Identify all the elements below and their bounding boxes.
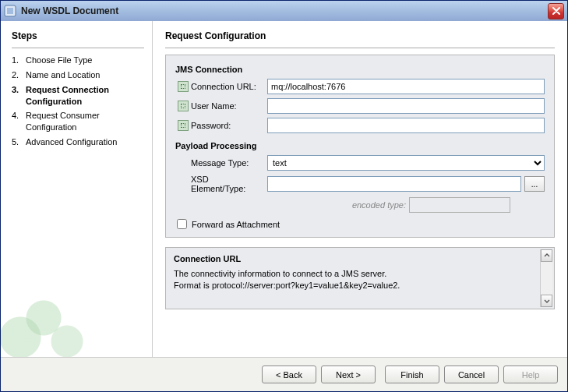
label: Message Type: bbox=[175, 158, 267, 168]
close-button[interactable] bbox=[548, 3, 564, 19]
finish-button[interactable]: Finish bbox=[385, 366, 439, 383]
help-body: The connectivity information to connect … bbox=[174, 268, 546, 291]
label: Forward as Attachment bbox=[192, 220, 280, 229]
label: User Name: bbox=[191, 101, 267, 111]
back-button[interactable]: < Back bbox=[262, 366, 316, 383]
chevron-down-icon bbox=[544, 298, 550, 304]
help-line: The connectivity information to connect … bbox=[174, 268, 546, 280]
row-connection-url: Connection URL: bbox=[175, 79, 545, 94]
xsd-input[interactable] bbox=[267, 176, 521, 192]
password-input[interactable] bbox=[267, 118, 545, 133]
divider bbox=[12, 48, 144, 48]
step-number: 2. bbox=[12, 69, 26, 81]
svg-rect-1 bbox=[7, 8, 13, 14]
jms-group-label: JMS Connection bbox=[175, 65, 545, 74]
field-icon bbox=[175, 101, 191, 111]
step-label: Advanced Configuration bbox=[26, 136, 144, 148]
next-button[interactable]: Next > bbox=[321, 366, 376, 383]
label: Connection URL: bbox=[191, 82, 267, 91]
step-number: 5. bbox=[12, 136, 26, 148]
close-icon bbox=[552, 7, 560, 15]
username-input[interactable] bbox=[267, 98, 545, 114]
scroll-down-button[interactable] bbox=[541, 295, 552, 307]
divider bbox=[165, 48, 555, 48]
steps-list: 1. Choose File Type 2. Name and Location… bbox=[12, 55, 144, 151]
step-label: Name and Location bbox=[26, 69, 144, 81]
help-line: Format is protocol://server:port?key1=va… bbox=[174, 280, 546, 291]
step-label: Request Connection Configuration bbox=[26, 84, 144, 108]
step-number: 1. bbox=[12, 55, 26, 66]
row-xsd: XSD Element/Type: ... bbox=[175, 175, 545, 193]
step-number: 3. bbox=[12, 84, 26, 108]
help-title: Connection URL bbox=[174, 254, 546, 263]
step-number: 4. bbox=[12, 110, 26, 133]
row-password: Password: bbox=[175, 118, 545, 133]
payload-group-label: Payload Processing bbox=[175, 141, 545, 150]
step-label: Choose File Type bbox=[26, 55, 144, 66]
main-panel: Request Configuration JMS Connection Con… bbox=[153, 21, 567, 357]
step-item-current: 3. Request Connection Configuration bbox=[12, 84, 144, 108]
label: Password: bbox=[191, 121, 267, 130]
row-username: User Name: bbox=[175, 98, 545, 114]
titlebar: New WSDL Document bbox=[1, 1, 567, 21]
forward-attachment-checkbox[interactable] bbox=[177, 219, 187, 229]
help-panel: Connection URL The connectivity informat… bbox=[165, 247, 555, 309]
step-item: 2. Name and Location bbox=[12, 69, 144, 81]
window-title: New WSDL Document bbox=[21, 5, 118, 16]
cancel-button[interactable]: Cancel bbox=[444, 366, 499, 383]
label: encoded type: bbox=[347, 200, 409, 210]
help-button[interactable]: Help bbox=[503, 366, 558, 383]
step-item: 5. Advanced Configuration bbox=[12, 136, 144, 148]
page-title: Request Configuration bbox=[165, 30, 555, 41]
form-panel: JMS Connection Connection URL: User Name… bbox=[165, 55, 555, 238]
field-icon bbox=[175, 120, 191, 131]
connection-url-input[interactable] bbox=[267, 79, 545, 94]
row-message-type: Message Type: text bbox=[175, 155, 545, 171]
wizard-window: New WSDL Document Steps 1. Choose File T… bbox=[0, 0, 568, 392]
step-item: 1. Choose File Type bbox=[12, 55, 144, 66]
row-encoded-type: encoded type: bbox=[175, 197, 545, 213]
sidebar-decoration bbox=[1, 263, 152, 357]
xsd-browse-button[interactable]: ... bbox=[524, 176, 545, 192]
app-icon bbox=[4, 5, 16, 17]
encoded-type-input bbox=[409, 197, 510, 213]
help-scrollbar[interactable] bbox=[540, 249, 552, 307]
button-bar: < Back Next > Finish Cancel Help bbox=[1, 357, 567, 391]
message-type-select[interactable]: text bbox=[267, 155, 545, 171]
scroll-up-button[interactable] bbox=[541, 249, 552, 262]
row-forward-attachment: Forward as Attachment bbox=[177, 219, 545, 229]
step-label: Request Consumer Configuration bbox=[26, 110, 144, 133]
steps-sidebar: Steps 1. Choose File Type 2. Name and Lo… bbox=[1, 21, 153, 357]
steps-heading: Steps bbox=[12, 30, 144, 41]
field-icon bbox=[175, 81, 191, 92]
label: XSD Element/Type: bbox=[175, 175, 267, 193]
chevron-up-icon bbox=[544, 253, 550, 259]
body: Steps 1. Choose File Type 2. Name and Lo… bbox=[1, 21, 567, 357]
step-item: 4. Request Consumer Configuration bbox=[12, 110, 144, 133]
